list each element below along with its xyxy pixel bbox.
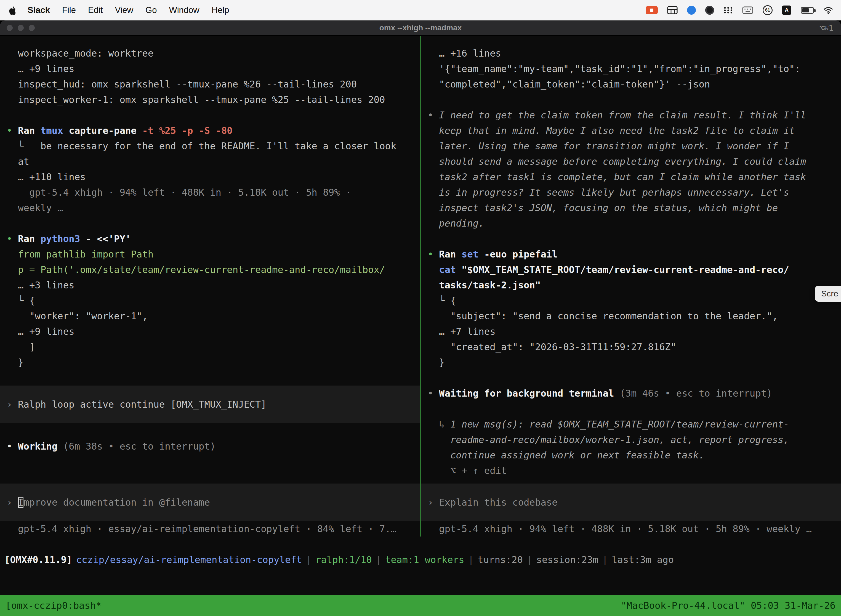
ralph-loop-banner[interactable]: › Ralph loop active continue [OMX_TMUX_I…: [0, 386, 420, 423]
terminal-line: └ {: [428, 293, 834, 308]
text-segment: should send a message before completing …: [428, 156, 806, 167]
omx-version: [OMX#0.11.9]: [4, 554, 72, 565]
text-segment: … +9 lines: [7, 326, 75, 337]
left-terminal-pane[interactable]: workspace_mode: worktree … +9 lines insp…: [0, 36, 420, 537]
terminal-line: … +110 lines: [7, 169, 413, 185]
pane-status: gpt-5.4 xhigh · 94% left · 488K in · 5.1…: [428, 521, 834, 537]
screen-share-popover[interactable]: Scre: [815, 286, 841, 302]
dark-app-icon[interactable]: [705, 6, 714, 15]
terminal-content: workspace_mode: worktree … +9 lines insp…: [0, 36, 841, 616]
ran-python-command: • Ran python3 - <<'PY': [7, 231, 413, 246]
text-segment: "subject": "send a concise recommendatio…: [428, 311, 778, 321]
terminal-line: … +9 lines: [7, 324, 413, 339]
text-segment: Waiting for background terminal: [439, 388, 614, 399]
terminal-line: readme-and-reco/mailbox/worker-1.json, a…: [428, 432, 834, 447]
zoom-button[interactable]: [29, 25, 35, 31]
thinking-text: • I need to get the claim token from the…: [428, 107, 834, 123]
blue-app-icon[interactable]: [687, 6, 696, 15]
ralph-counter: ralph:1/10: [315, 554, 372, 565]
wifi-icon[interactable]: [823, 6, 833, 14]
right-terminal-pane[interactable]: … +16 lines '{"team_name":"my-team","tas…: [421, 36, 841, 537]
menu-go[interactable]: Go: [139, 5, 163, 15]
text-segment: python3: [41, 233, 86, 244]
text-segment: └ {: [7, 295, 35, 306]
text-segment: set: [462, 249, 484, 260]
text-segment: "created_at": "2026-03-31T11:59:27.816Z": [428, 342, 676, 352]
terminal-line: is in progress? It seems likely but perh…: [428, 185, 834, 200]
text-segment: Ran: [18, 233, 41, 244]
menu-help[interactable]: Help: [205, 5, 235, 15]
terminal-line: keep that in mind. Maybe I also need the…: [428, 123, 834, 138]
terminal-line: [428, 401, 834, 417]
working-status: • Working (6m 38s • esc to interrupt): [7, 439, 413, 454]
text-segment: task2 after task1 is complete, but can I…: [428, 172, 806, 182]
battery-icon[interactable]: [801, 7, 814, 14]
separator: |: [527, 554, 532, 565]
text-segment: workspace_mode: worktree: [7, 48, 154, 59]
text-segment: └ be necessary for the end of the README…: [7, 141, 396, 151]
terminal-line: continue assigned work or next feasible …: [428, 447, 834, 463]
text-segment: [428, 264, 439, 275]
menu-window[interactable]: Window: [163, 5, 205, 15]
menu-bar-left: Slack File Edit View Go Window Help: [8, 5, 235, 15]
minimize-button[interactable]: [18, 25, 24, 31]
text-segment: ⌥ + ↑ edit: [428, 465, 507, 476]
text-segment: pending.: [428, 218, 484, 229]
text-segment: from pathlib import Path: [7, 249, 154, 260]
terminal-line: [7, 370, 413, 386]
terminal-line: }: [428, 355, 834, 370]
keyboard-icon[interactable]: [742, 6, 753, 14]
tmux-panes: workspace_mode: worktree … +9 lines insp…: [0, 36, 841, 537]
terminal-line: '{"team_name":"my-team","task_id":"1","f…: [428, 61, 834, 76]
menu-bar-status-items: 61 A: [646, 5, 833, 15]
apple-menu[interactable]: [8, 6, 22, 15]
terminal-line: "worker": "worker-1",: [7, 308, 413, 324]
prompt-input[interactable]: › Improve documentation in @filename: [0, 484, 420, 521]
text-segment: later. Using the same for transition mig…: [428, 141, 789, 151]
battery-percentage-badge[interactable]: 61: [763, 5, 772, 15]
text-segment: •: [7, 233, 18, 244]
omx-status-bar: [OMX#0.11.9]cczip/essay/ai-reimplementat…: [0, 552, 841, 568]
text-segment: "worker": "worker-1",: [7, 311, 148, 321]
text-segment: Ralph loop active continue [OMX_TMUX_INJ…: [18, 399, 267, 410]
waiting-status: • Waiting for background terminal (3m 46…: [428, 386, 834, 401]
text-segment: "$OMX_TEAM_STATE_ROOT/team/review-curren…: [462, 264, 789, 275]
text-segment: Ran: [18, 125, 41, 136]
separator: |: [602, 554, 608, 565]
text-segment: └ {: [428, 295, 456, 306]
terminal-line: [428, 370, 834, 386]
terminal-line: inspect_worker-1: omx sparkshell --tmux-…: [7, 92, 413, 107]
battery-fill: [802, 8, 809, 12]
text-segment: gpt-5.4 xhigh · 94% left · 488K in · 5.1…: [428, 523, 812, 534]
text-segment: capture-pane: [69, 125, 142, 136]
stop-recording-icon[interactable]: [646, 6, 658, 14]
menu-view[interactable]: View: [109, 5, 139, 15]
grid-table-icon[interactable]: [667, 6, 678, 14]
terminal-line: inspect_hud: omx sparkshell --tmux-pane …: [7, 76, 413, 92]
text-segment: •: [428, 110, 439, 120]
text-segment: ↳: [428, 419, 450, 430]
close-button[interactable]: [7, 25, 13, 31]
menu-file[interactable]: File: [56, 5, 82, 15]
window-titlebar[interactable]: omx --xhigh --madmax ⌥⌘1: [0, 21, 841, 36]
menu-app-name[interactable]: Slack: [22, 5, 56, 15]
apple-icon: [9, 6, 16, 15]
text-segment: p = Path('.omx/state/team/review-current…: [7, 264, 385, 275]
text-segment: … +3 lines: [7, 280, 75, 290]
prompt-input[interactable]: › Explain this codebase: [421, 484, 841, 521]
terminal-line: task2 after task1 is complete, but can I…: [428, 169, 834, 185]
text-segment: ›: [7, 399, 18, 410]
terminal-line: [428, 92, 834, 107]
ran-set-command: • Ran set -euo pipefail: [428, 246, 834, 262]
text-segment: •: [428, 249, 439, 260]
input-source-icon[interactable]: A: [782, 6, 791, 15]
text-segment: '{"team_name":"my-team","task_id":"1","f…: [428, 63, 800, 74]
menu-edit[interactable]: Edit: [82, 5, 109, 15]
terminal-line: ]: [7, 339, 413, 355]
terminal-line: [7, 107, 413, 123]
text-segment: I need to get the claim token from the c…: [439, 110, 806, 120]
terminal-line: [428, 231, 834, 246]
terminal-line: … +9 lines: [7, 61, 413, 76]
dots-grid-icon[interactable]: [724, 6, 733, 14]
terminal-line: weekly …: [7, 200, 413, 216]
